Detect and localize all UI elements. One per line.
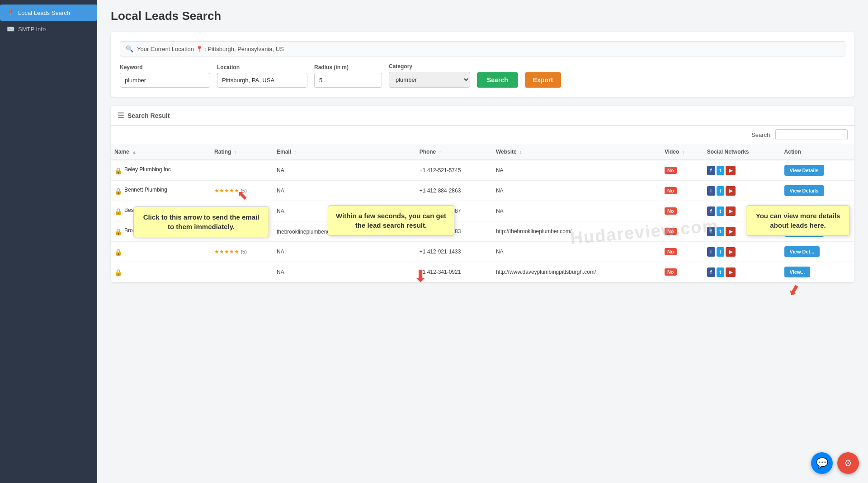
- social-buttons: f t ▶: [707, 267, 777, 277]
- facebook-button[interactable]: f: [707, 247, 715, 257]
- twitter-button[interactable]: t: [717, 206, 725, 216]
- col-video[interactable]: Video ↕: [661, 144, 703, 160]
- twitter-button[interactable]: t: [717, 267, 725, 277]
- video-badge: No: [665, 167, 677, 174]
- help-button[interactable]: ⚙: [837, 452, 859, 474]
- table-row: 🔒 NA +1 412-341-0921 http://www.daveyplu…: [111, 262, 854, 282]
- building-icon: 🔒: [114, 269, 122, 276]
- video-badge: No: [665, 187, 677, 194]
- category-group: Category plumber: [389, 63, 470, 88]
- location-bar: 🔍 Your Current Location 📍 : Pittsburgh, …: [120, 41, 845, 56]
- col-rating[interactable]: Rating ↕: [211, 144, 273, 160]
- hamburger-icon: ☰: [118, 111, 124, 120]
- radius-input[interactable]: [314, 73, 382, 88]
- facebook-button[interactable]: f: [707, 206, 715, 216]
- sidebar-item-smtp-info[interactable]: ✉️ SMTP Info: [0, 21, 97, 37]
- view-details-button[interactable]: View Det...: [784, 246, 820, 257]
- table-search-input[interactable]: [775, 129, 848, 140]
- facebook-button[interactable]: f: [707, 186, 715, 196]
- twitter-button[interactable]: t: [717, 247, 725, 257]
- keyword-input[interactable]: [120, 73, 210, 88]
- business-name: 🔒Beley Plumbing Inc: [114, 166, 207, 174]
- arrow-view-details: ⬇: [784, 280, 803, 301]
- facebook-button[interactable]: f: [707, 267, 715, 277]
- floating-buttons: 💬 ⚙: [811, 452, 859, 474]
- keyword-group: Keyword: [120, 64, 210, 88]
- view-details-button[interactable]: View Details: [784, 165, 824, 176]
- page-title: Local Leads Search: [111, 9, 854, 23]
- video-badge: No: [665, 248, 677, 255]
- social-buttons: f t ▶: [707, 166, 777, 175]
- twitter-button[interactable]: t: [717, 186, 725, 196]
- social-buttons: f t ▶: [707, 247, 777, 257]
- messenger-icon: 💬: [816, 457, 828, 469]
- location-label: Location: [217, 64, 307, 70]
- youtube-button[interactable]: ▶: [726, 166, 736, 175]
- col-social: Social Networks: [703, 144, 781, 160]
- email-icon: ✉️: [7, 25, 14, 33]
- col-phone[interactable]: Phone ↕: [416, 144, 492, 160]
- view-details-button[interactable]: View Details: [784, 185, 824, 196]
- youtube-button[interactable]: ▶: [726, 206, 736, 216]
- search-form: Keyword Location Radius (in m) Category …: [120, 63, 845, 88]
- table-row: 🔒Beley Plumbing Inc NA +1 412-521-5745 N…: [111, 160, 854, 181]
- youtube-button[interactable]: ▶: [726, 247, 736, 257]
- category-label: Category: [389, 63, 470, 70]
- facebook-button[interactable]: f: [707, 166, 715, 175]
- table-row: 🔒 ★★★★★ (5) NA +1 412-921-1433 NA No f t…: [111, 242, 854, 262]
- building-icon: 🔒: [114, 188, 122, 195]
- col-name[interactable]: Name ▲: [111, 144, 211, 160]
- tooltip-send-email: Click to this arrow to send the email to…: [133, 206, 269, 237]
- export-button[interactable]: Export: [525, 72, 561, 88]
- tooltip-view-details: You can view more details about leads he…: [746, 205, 850, 236]
- help-icon: ⚙: [844, 458, 852, 469]
- social-buttons: f t ▶: [707, 186, 777, 196]
- results-card: ☰ Search Result Search: Name ▲ Rating ↕ …: [111, 106, 854, 282]
- location-group: Location: [217, 64, 307, 88]
- table-toolbar: Search:: [111, 126, 854, 144]
- building-icon: 🔒: [114, 208, 122, 215]
- location-input[interactable]: [217, 73, 307, 88]
- view-details-button[interactable]: View...: [784, 267, 811, 277]
- video-badge: No: [665, 228, 677, 235]
- col-website[interactable]: Website ↕: [492, 144, 661, 160]
- facebook-button[interactable]: f: [707, 227, 715, 236]
- business-name: 🔒: [114, 248, 207, 256]
- results-header: ☰ Search Result: [111, 106, 854, 126]
- twitter-button[interactable]: t: [717, 227, 725, 236]
- business-name: 🔒: [114, 268, 207, 276]
- building-icon: 🔒: [114, 228, 122, 235]
- twitter-button[interactable]: t: [717, 166, 725, 175]
- sidebar: 📍 Local Leads Search ✉️ SMTP Info: [0, 0, 97, 483]
- youtube-button[interactable]: ▶: [726, 227, 736, 236]
- category-select[interactable]: plumber: [389, 72, 470, 88]
- search-card: 🔍 Your Current Location 📍 : Pittsburgh, …: [111, 32, 854, 97]
- tooltip-lead-search: Within a few seconds, you can get the le…: [328, 205, 454, 236]
- col-action: Action: [781, 144, 854, 160]
- search-button[interactable]: Search: [477, 72, 518, 88]
- radius-label: Radius (in m): [314, 64, 382, 70]
- table-header: Name ▲ Rating ↕ Email ↕ Phone ↕ Website …: [111, 144, 854, 160]
- main-content: Local Leads Search 🔍 Your Current Locati…: [97, 0, 868, 483]
- video-badge: No: [665, 207, 677, 215]
- business-name: 🔒Bennett Plumbing: [114, 187, 207, 195]
- map-pin-icon: 📍: [7, 9, 14, 16]
- video-badge: No: [665, 268, 677, 276]
- arrow-down-lead-search: ⬇: [414, 268, 427, 285]
- building-icon: 🔒: [114, 167, 122, 174]
- keyword-label: Keyword: [120, 64, 210, 70]
- building-icon: 🔒: [114, 249, 122, 256]
- youtube-button[interactable]: ▶: [726, 186, 736, 196]
- messenger-button[interactable]: 💬: [811, 452, 833, 474]
- youtube-button[interactable]: ▶: [726, 267, 736, 277]
- location-icon: 🔍: [126, 45, 133, 52]
- col-email[interactable]: Email ↕: [273, 144, 416, 160]
- radius-group: Radius (in m): [314, 64, 382, 88]
- table-row: 🔒Bennett Plumbing ★★★★★ (5) NA +1 412-88…: [111, 181, 854, 201]
- sidebar-item-local-leads-search[interactable]: 📍 Local Leads Search: [0, 5, 97, 21]
